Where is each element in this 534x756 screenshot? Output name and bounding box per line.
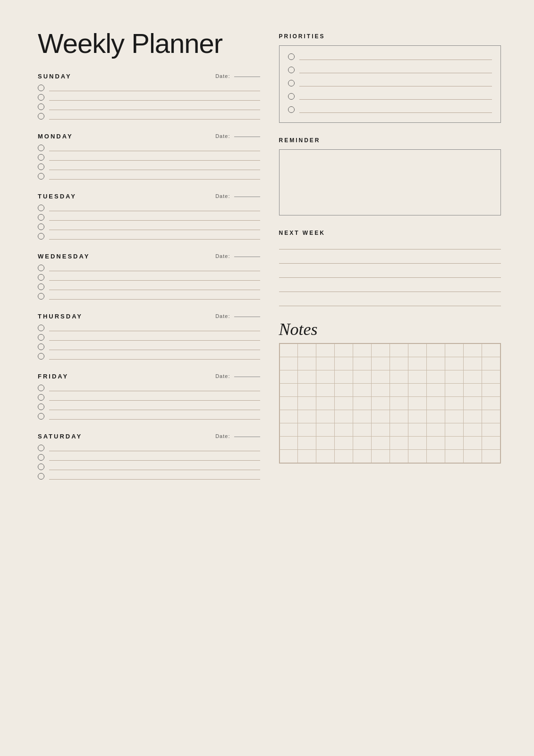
notes-cell[interactable] — [335, 437, 353, 450]
notes-cell[interactable] — [482, 357, 500, 370]
notes-cell[interactable] — [390, 410, 408, 423]
task-item[interactable] — [38, 205, 260, 211]
notes-cell[interactable] — [464, 370, 482, 384]
notes-cell[interactable] — [298, 437, 316, 450]
task-item[interactable] — [38, 473, 260, 480]
task-item[interactable] — [38, 113, 260, 120]
task-checkbox[interactable] — [38, 113, 44, 120]
task-item[interactable] — [38, 454, 260, 461]
notes-cell[interactable] — [390, 384, 408, 397]
notes-cell[interactable] — [316, 437, 335, 450]
task-checkbox[interactable] — [38, 265, 44, 271]
notes-cell[interactable] — [464, 357, 482, 370]
notes-cell[interactable] — [408, 410, 427, 423]
notes-cell[interactable] — [445, 423, 464, 437]
task-item[interactable] — [38, 85, 260, 91]
notes-cell[interactable] — [335, 450, 353, 463]
priority-checkbox[interactable] — [288, 80, 295, 86]
notes-cell[interactable] — [335, 370, 353, 384]
notes-cell[interactable] — [445, 384, 464, 397]
task-checkbox[interactable] — [38, 413, 44, 420]
notes-cell[interactable] — [353, 344, 372, 357]
notes-cell[interactable] — [482, 384, 500, 397]
notes-cell[interactable] — [280, 344, 298, 357]
task-checkbox[interactable] — [38, 233, 44, 240]
notes-cell[interactable] — [390, 344, 408, 357]
priority-item[interactable] — [288, 80, 492, 86]
notes-cell[interactable] — [353, 357, 372, 370]
notes-cell[interactable] — [298, 450, 316, 463]
task-checkbox[interactable] — [38, 173, 44, 180]
task-checkbox[interactable] — [38, 394, 44, 401]
notes-cell[interactable] — [298, 384, 316, 397]
notes-cell[interactable] — [280, 384, 298, 397]
notes-cell[interactable] — [427, 450, 445, 463]
priority-item[interactable] — [288, 67, 492, 73]
notes-cell[interactable] — [316, 357, 335, 370]
notes-cell[interactable] — [427, 370, 445, 384]
notes-cell[interactable] — [482, 370, 500, 384]
task-checkbox[interactable] — [38, 404, 44, 410]
task-item[interactable] — [38, 334, 260, 341]
notes-cell[interactable] — [372, 397, 390, 410]
notes-cell[interactable] — [335, 423, 353, 437]
notes-cell[interactable] — [408, 437, 427, 450]
notes-cell[interactable] — [372, 357, 390, 370]
priority-checkbox[interactable] — [288, 106, 295, 113]
notes-cell[interactable] — [482, 437, 500, 450]
notes-cell[interactable] — [482, 410, 500, 423]
notes-cell[interactable] — [280, 423, 298, 437]
task-checkbox[interactable] — [38, 163, 44, 170]
notes-cell[interactable] — [335, 384, 353, 397]
notes-cell[interactable] — [390, 397, 408, 410]
notes-cell[interactable] — [316, 423, 335, 437]
task-checkbox[interactable] — [38, 473, 44, 480]
task-checkbox[interactable] — [38, 85, 44, 91]
priority-checkbox[interactable] — [288, 67, 295, 73]
task-checkbox[interactable] — [38, 445, 44, 451]
task-item[interactable] — [38, 154, 260, 161]
task-item[interactable] — [38, 223, 260, 230]
notes-cell[interactable] — [353, 397, 372, 410]
priority-item[interactable] — [288, 106, 492, 113]
notes-cell[interactable] — [298, 423, 316, 437]
priority-item[interactable] — [288, 93, 492, 100]
notes-cell[interactable] — [280, 437, 298, 450]
task-item[interactable] — [38, 293, 260, 300]
notes-cell[interactable] — [316, 370, 335, 384]
task-checkbox[interactable] — [38, 154, 44, 161]
task-item[interactable] — [38, 413, 260, 420]
notes-cell[interactable] — [353, 450, 372, 463]
task-item[interactable] — [38, 404, 260, 410]
notes-cell[interactable] — [335, 397, 353, 410]
notes-cell[interactable] — [427, 384, 445, 397]
notes-cell[interactable] — [353, 423, 372, 437]
notes-cell[interactable] — [445, 437, 464, 450]
notes-cell[interactable] — [372, 344, 390, 357]
task-checkbox[interactable] — [38, 353, 44, 360]
notes-cell[interactable] — [316, 450, 335, 463]
notes-cell[interactable] — [408, 357, 427, 370]
notes-cell[interactable] — [335, 344, 353, 357]
notes-cell[interactable] — [464, 397, 482, 410]
notes-cell[interactable] — [280, 370, 298, 384]
notes-cell[interactable] — [464, 410, 482, 423]
notes-cell[interactable] — [390, 437, 408, 450]
task-checkbox[interactable] — [38, 274, 44, 281]
notes-cell[interactable] — [408, 397, 427, 410]
task-checkbox[interactable] — [38, 223, 44, 230]
task-item[interactable] — [38, 233, 260, 240]
notes-cell[interactable] — [464, 384, 482, 397]
notes-cell[interactable] — [372, 450, 390, 463]
reminder-box[interactable] — [279, 149, 501, 215]
notes-cell[interactable] — [372, 437, 390, 450]
priority-checkbox[interactable] — [288, 53, 295, 60]
task-item[interactable] — [38, 103, 260, 110]
priority-checkbox[interactable] — [288, 93, 295, 100]
notes-cell[interactable] — [408, 384, 427, 397]
notes-cell[interactable] — [298, 357, 316, 370]
notes-cell[interactable] — [408, 450, 427, 463]
notes-cell[interactable] — [280, 450, 298, 463]
notes-cell[interactable] — [353, 370, 372, 384]
notes-cell[interactable] — [427, 397, 445, 410]
